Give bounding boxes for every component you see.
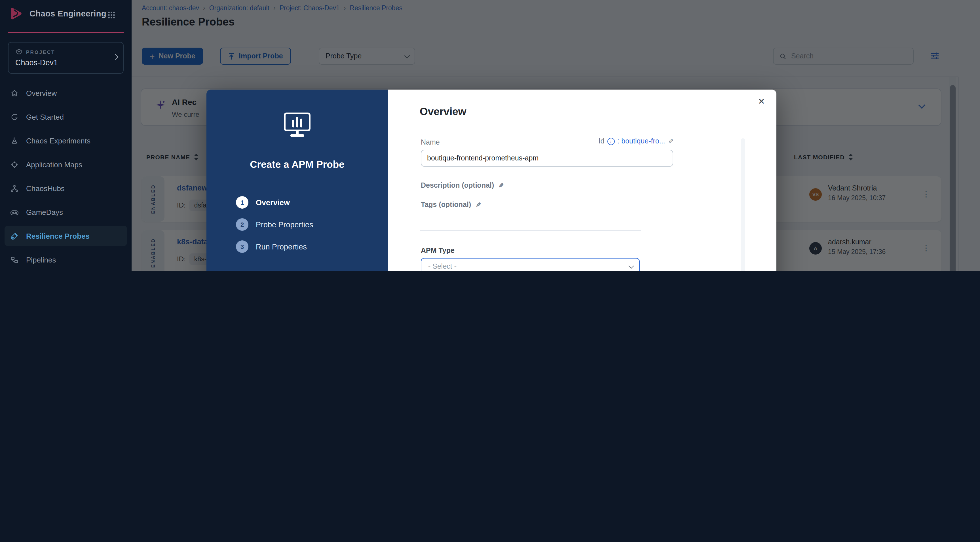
sidebar-item-label: Overview [26,89,57,97]
sidebar-item-label: Pipelines [26,256,56,264]
sidebar-item-application-maps[interactable]: Application Maps [5,154,127,175]
wizard-panel: Create a APM Probe 1 Overview 2 Probe Pr… [207,90,388,271]
app-window: Chaos Engineering PROJECT Chaos-Dev1 Ove… [0,0,980,271]
hub-network-icon [10,184,19,192]
sidebar-item-get-started[interactable]: Get Started [5,106,127,127]
step-number: 2 [236,218,248,231]
sidebar-item-chaos-experiments[interactable]: Chaos Experiments [5,130,127,151]
divider [420,230,641,231]
wizard-steps: 1 Overview 2 Probe Properties 3 Run Prop… [236,196,313,262]
sidebar-item-chaoshubs[interactable]: ChaosHubs [5,178,127,199]
pipelines-icon [10,256,19,264]
chevron-down-icon [628,263,634,269]
sidebar-item-label: Get Started [26,113,64,121]
sidebar-item-label: GameDays [26,208,63,216]
step-run-properties[interactable]: 3 Run Properties [236,240,313,253]
sidebar-item-label: ChaosHubs [26,184,65,192]
project-label: PROJECT [26,49,55,55]
chevron-right-icon [113,54,118,60]
id-label: Id [598,137,605,145]
create-apm-probe-modal: Create a APM Probe 1 Overview 2 Probe Pr… [207,90,776,271]
step-label: Overview [256,198,290,207]
project-selector[interactable]: PROJECT Chaos-Dev1 [8,42,124,74]
form-scrollbar-track[interactable] [741,138,745,271]
module-switcher-icon[interactable] [108,11,115,19]
sidebar-item-label: Chaos Experiments [26,136,91,145]
info-icon[interactable]: i [607,137,614,145]
apm-type-select[interactable]: - Select - [421,258,640,271]
name-label: Name [421,138,440,146]
module-title: Chaos Engineering [30,9,107,18]
modal-heading: Overview [420,105,466,118]
get-started-icon [10,113,19,121]
gamepad-icon [10,208,19,216]
sidebar-nav: Overview Get Started Chaos Experiments A… [5,83,127,271]
close-icon[interactable]: ✕ [758,96,765,106]
sidebar-item-label: Application Maps [26,160,82,168]
tags-label: Tags (optional)✎ [421,201,481,209]
edit-pencil-icon[interactable]: ✎ [476,201,480,208]
apm-type-label: APM Type [421,246,455,254]
description-label: Description (optional)✎ [421,181,504,189]
flask-icon [10,136,19,145]
home-icon [10,89,19,97]
step-number: 1 [236,196,248,209]
probe-test-tube-icon [10,232,19,240]
wizard-title: Create a APM Probe [207,159,388,171]
probe-name-input[interactable] [421,150,673,167]
sidebar-item-resilience-probes[interactable]: Resilience Probes [5,226,127,246]
sidebar-item-pipelines[interactable]: Pipelines [5,250,127,270]
sidebar-item-gamedays[interactable]: GameDays [5,202,127,222]
step-probe-properties[interactable]: 2 Probe Properties [236,218,313,231]
sidebar-item-label: Resilience Probes [26,232,90,240]
target-icon [10,160,19,168]
step-label: Probe Properties [256,220,313,229]
cube-icon [15,48,23,56]
edit-pencil-icon[interactable]: ✎ [498,182,504,189]
sidebar: Chaos Engineering PROJECT Chaos-Dev1 Ove… [0,0,132,271]
probe-id-line: Id i : boutique-fro... ✎ [598,137,673,145]
sidebar-item-overview[interactable]: Overview [5,83,127,103]
edit-pencil-icon[interactable]: ✎ [668,137,673,145]
probe-id-value[interactable]: : boutique-fro... [617,137,665,145]
brand-accent-line [8,32,124,33]
apm-monitor-icon [282,111,312,138]
step-label: Run Properties [256,242,307,251]
step-overview[interactable]: 1 Overview [236,196,313,209]
project-name: Chaos-Dev1 [15,59,58,67]
chaos-engineering-logo-icon [8,6,24,22]
step-number: 3 [236,240,248,253]
modal-form-panel: ✕ Overview Name Id i : boutique-fro... ✎… [388,90,776,271]
